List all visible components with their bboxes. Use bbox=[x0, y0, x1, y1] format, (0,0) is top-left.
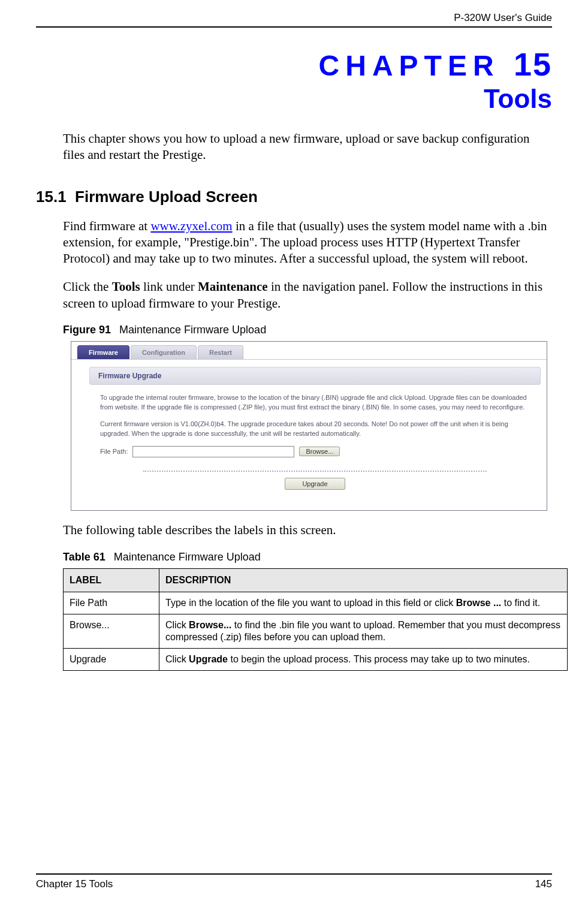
cell-label: Browse... bbox=[64, 614, 159, 648]
th-description: DESCRIPTION bbox=[159, 568, 568, 592]
figure-title: Maintenance Firmware Upload bbox=[119, 324, 266, 336]
section-title: Firmware Upload Screen bbox=[75, 188, 258, 206]
upgrade-button[interactable]: Upgrade bbox=[285, 478, 345, 490]
desc-pre: Type in the location of the file you wan… bbox=[165, 598, 456, 608]
para2-bold2: Maintenance bbox=[198, 279, 268, 294]
para2-a: Click the bbox=[63, 279, 112, 294]
cell-desc: Type in the location of the file you wan… bbox=[159, 592, 568, 614]
desc-pre: Click bbox=[165, 620, 189, 630]
chapter-number: 15 bbox=[514, 46, 552, 82]
panel-title: Firmware Upgrade bbox=[89, 367, 541, 385]
file-path-input[interactable] bbox=[132, 446, 294, 457]
tab-bar: Firmware Configuration Restart bbox=[71, 342, 547, 360]
tab-restart[interactable]: Restart bbox=[198, 345, 243, 359]
para1-a: Find firmware at bbox=[63, 219, 150, 233]
para2-bold1: Tools bbox=[112, 279, 140, 294]
panel-body: Firmware Upgrade To upgrade the internal… bbox=[71, 360, 547, 510]
chapter-label: CHAPTER 15 bbox=[36, 46, 552, 83]
desc-bold: Upgrade bbox=[189, 654, 228, 664]
desc-pre: Click bbox=[165, 654, 189, 664]
desc-post: to find it. bbox=[501, 598, 540, 608]
browse-button[interactable]: Browse... bbox=[299, 447, 340, 456]
para2-b: link under bbox=[140, 279, 198, 294]
file-path-row: File Path: Browse... bbox=[100, 446, 530, 457]
desc-post: to begin the upload process. This proces… bbox=[228, 654, 530, 664]
section-number: 15.1 bbox=[36, 188, 67, 206]
cell-label: Upgrade bbox=[64, 648, 159, 670]
table-header-row: LABEL DESCRIPTION bbox=[64, 568, 568, 592]
footer-page-number: 145 bbox=[535, 878, 552, 890]
panel-text-2: Current firmware version is V1.00(ZH.0)b… bbox=[100, 420, 530, 439]
tab-firmware[interactable]: Firmware bbox=[77, 345, 129, 359]
paragraph-firmware-find: Find firmware at www.zyxel.com in a file… bbox=[63, 218, 552, 267]
page-footer: Chapter 15 Tools 145 bbox=[36, 873, 552, 890]
cell-desc: Click Upgrade to begin the upload proces… bbox=[159, 648, 568, 670]
table-title: Maintenance Firmware Upload bbox=[114, 551, 261, 563]
intro-paragraph: This chapter shows you how to upload a n… bbox=[63, 131, 552, 164]
footer-left: Chapter 15 Tools bbox=[36, 878, 113, 890]
paragraph-instructions: Click the Tools link under Maintenance i… bbox=[63, 279, 552, 312]
footer-row: Chapter 15 Tools 145 bbox=[36, 878, 552, 890]
tab-configuration[interactable]: Configuration bbox=[131, 345, 197, 359]
upgrade-row: Upgrade bbox=[89, 478, 541, 490]
after-figure-text: The following table describes the labels… bbox=[63, 523, 552, 538]
table-row: File Path Type in the location of the fi… bbox=[64, 592, 568, 614]
zyxel-link[interactable]: www.zyxel.com bbox=[150, 219, 232, 233]
th-label: LABEL bbox=[64, 568, 159, 592]
table-caption: Table 61Maintenance Firmware Upload bbox=[63, 551, 552, 563]
cell-desc: Click Browse... to find the .bin file yo… bbox=[159, 614, 568, 648]
chapter-title: Tools bbox=[36, 84, 552, 114]
header-rule bbox=[36, 26, 552, 28]
panel-text-1: To upgrade the internal router firmware,… bbox=[100, 393, 530, 412]
table-row: Upgrade Click Upgrade to begin the uploa… bbox=[64, 648, 568, 670]
chapter-word: CHAPTER bbox=[319, 50, 500, 82]
header-guide-title: P-320W User's Guide bbox=[36, 12, 552, 24]
file-path-label: File Path: bbox=[100, 448, 128, 455]
screenshot-firmware-upload: Firmware Configuration Restart Firmware … bbox=[71, 341, 547, 511]
figure-number: Figure 91 bbox=[63, 324, 111, 336]
divider-dotted bbox=[143, 471, 487, 472]
figure-caption: Figure 91Maintenance Firmware Upload bbox=[63, 324, 552, 336]
table-firmware-upload: LABEL DESCRIPTION File Path Type in the … bbox=[63, 568, 568, 671]
table-row: Browse... Click Browse... to find the .b… bbox=[64, 614, 568, 648]
desc-bold: Browse ... bbox=[456, 598, 502, 608]
footer-rule bbox=[36, 873, 552, 875]
desc-bold: Browse... bbox=[189, 620, 231, 630]
table-number: Table 61 bbox=[63, 551, 105, 563]
cell-label: File Path bbox=[64, 592, 159, 614]
section-heading: 15.1 Firmware Upload Screen bbox=[36, 188, 552, 206]
